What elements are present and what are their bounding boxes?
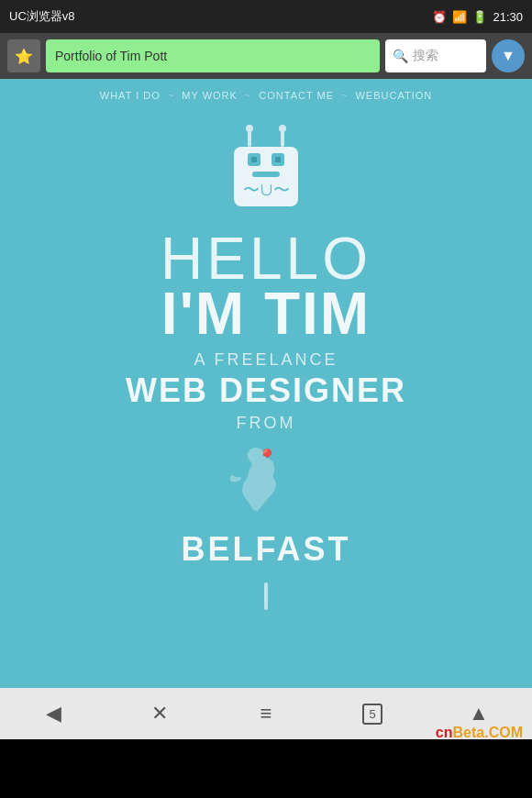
robot-mustache: 〜∪〜 xyxy=(243,179,290,201)
main-content: 〜∪〜 HELLO I'M TIM A FREELANCE WEB DESIGN… xyxy=(0,112,532,688)
search-label: 搜索 xyxy=(413,48,438,64)
hero-name: I'M TIM xyxy=(161,284,371,343)
hero-subtitle-prefix: A FREELANCE xyxy=(194,350,338,370)
robot-antenna-left xyxy=(248,130,251,147)
wifi-icon: 📶 xyxy=(452,10,467,24)
tabs-icon: 5 xyxy=(362,704,382,725)
robot-character: 〜∪〜 xyxy=(220,128,312,220)
star-icon: ⭐ xyxy=(15,48,33,65)
address-bar[interactable]: Portfolio of Tim Pott xyxy=(46,39,380,72)
hero-location: BELFAST xyxy=(181,530,350,569)
uk-map-container: 📍 xyxy=(202,440,330,523)
dropdown-button[interactable]: ▼ xyxy=(492,39,525,72)
menu-button[interactable]: ≡ xyxy=(243,693,289,734)
nav-bar: WHAT I DO ~ MY WORK ~ CONTACT ME ~ WEBUC… xyxy=(0,79,532,112)
nav-sep-2: ~ xyxy=(245,90,251,101)
status-bar: UC浏览器v8 ⏰ 📶 🔋 21:30 xyxy=(0,0,532,33)
nav-sep-1: ~ xyxy=(168,90,174,101)
uk-map-svg xyxy=(202,440,330,518)
hero-location-prefix: FROM xyxy=(237,414,296,433)
back-button[interactable]: ◀ xyxy=(30,693,76,734)
nav-item-contact-me[interactable]: CONTACT ME xyxy=(259,90,334,101)
search-icon: 🔍 xyxy=(393,49,408,63)
back-icon: ◀ xyxy=(46,702,61,726)
menu-icon: ≡ xyxy=(260,702,272,726)
alarm-icon: ⏰ xyxy=(432,10,447,24)
address-text: Portfolio of Tim Pott xyxy=(55,49,167,63)
nav-item-my-work[interactable]: MY WORK xyxy=(182,90,238,101)
bottom-bar: ◀ ✕ ≡ 5 ▲ xyxy=(0,688,532,739)
dropdown-icon: ▼ xyxy=(501,48,515,64)
nav-item-webucation[interactable]: WEBUCATION xyxy=(355,90,432,101)
robot-eyes xyxy=(248,153,284,166)
close-icon: ✕ xyxy=(151,702,168,726)
robot-body: 〜∪〜 xyxy=(234,147,298,206)
hero-greeting: HELLO xyxy=(161,229,371,288)
hero-subtitle-main: WEB DESIGNER xyxy=(126,371,406,410)
search-bar[interactable]: 🔍 搜索 xyxy=(385,39,486,72)
clock: 21:30 xyxy=(493,10,523,24)
app-name: UC浏览器v8 xyxy=(9,8,75,25)
nav-sep-3: ~ xyxy=(341,90,348,101)
scroll-up-button[interactable]: ▲ xyxy=(456,693,502,734)
browser-toolbar: ⭐ Portfolio of Tim Pott 🔍 搜索 ▼ xyxy=(0,33,532,79)
tabs-button[interactable]: 5 xyxy=(349,693,395,734)
status-icons: ⏰ 📶 🔋 21:30 xyxy=(432,10,523,24)
favorite-button[interactable]: ⭐ xyxy=(7,39,40,72)
scroll-indicator xyxy=(264,582,268,610)
robot-eye-left xyxy=(248,153,260,166)
nav-item-what-i-do[interactable]: WHAT I DO xyxy=(100,90,161,101)
close-button[interactable]: ✕ xyxy=(137,693,183,734)
battery-icon: 🔋 xyxy=(472,10,487,24)
robot-mouth xyxy=(252,172,280,177)
robot-eye-right xyxy=(272,153,284,166)
robot-antenna-right xyxy=(281,130,284,147)
up-icon: ▲ xyxy=(469,702,489,726)
